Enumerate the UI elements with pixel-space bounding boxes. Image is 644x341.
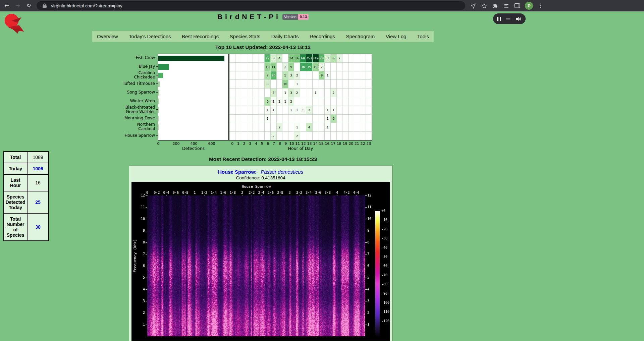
heatmap-cell <box>313 80 319 88</box>
spectrogram-canvas <box>147 195 365 336</box>
spec-ytick: 5 <box>131 276 145 279</box>
heatmap-cell <box>348 54 354 62</box>
heatmap-cell <box>354 71 360 80</box>
heatmap-cell <box>360 63 366 71</box>
nav-item-daily-charts[interactable]: Daily Charts <box>271 34 299 39</box>
bar-northern-cardinal <box>158 124 159 130</box>
forward-icon[interactable]: → <box>14 3 21 8</box>
nav-item-view-log[interactable]: View Log <box>386 34 406 39</box>
header: B i r d N E T - P i Version 0.13 <box>0 13 526 21</box>
spec-xtick: 1·2 <box>201 191 207 194</box>
heatmap-cell <box>253 97 259 106</box>
nav-item-spectrogram[interactable]: Spectrogram <box>346 34 375 39</box>
heatmap-cell: 10 <box>313 63 319 71</box>
species-label: House Sparrow <box>104 131 158 140</box>
heatmap-cell: 9 <box>319 71 325 80</box>
spectrogram-ylabel: Frequency (kHz) <box>133 239 137 272</box>
heatmap-cell <box>306 115 312 123</box>
species-label: CarolinaChickadee <box>104 71 158 79</box>
heatmap-cell <box>354 63 360 71</box>
heatmap-cell: 2 <box>337 54 342 62</box>
stats-value-species-detected-today[interactable]: 25 <box>27 191 49 213</box>
back-icon[interactable]: ← <box>3 3 10 8</box>
nav-item-best-recordings[interactable]: Best Recordings <box>182 34 219 39</box>
stats-value-today[interactable]: 1006 <box>27 163 49 174</box>
spec-xtick: 0 <box>146 191 148 194</box>
nav-item-tools[interactable]: Tools <box>417 34 429 39</box>
nav-item-today-s-detections[interactable]: Today's Detections <box>129 34 171 39</box>
heatmap-cell <box>360 71 366 80</box>
hour-xtick: 6 <box>267 141 269 146</box>
heatmap-cell: 2 <box>319 63 325 71</box>
heatmap-cell <box>366 54 372 62</box>
nav-item-recordings[interactable]: Recordings <box>310 34 335 39</box>
stats-row: Species Detected Today25 <box>4 191 49 213</box>
heatmap-cell <box>348 115 354 123</box>
heatmap-cell <box>325 89 330 97</box>
heatmap-cell <box>342 89 348 97</box>
heatmap-cell: 1 <box>271 97 276 106</box>
extensions-icon[interactable] <box>492 2 498 9</box>
most-recent-heading: Most Recent Detection: 2022-04-13 18:15:… <box>0 156 526 162</box>
heatmap-cell <box>282 115 288 123</box>
nav-item-overview[interactable]: Overview <box>97 34 118 39</box>
audio-player[interactable] <box>493 13 526 24</box>
heatmap-cell <box>319 132 325 140</box>
bar-xtick: 200 <box>173 141 180 146</box>
heatmap-cell <box>241 54 247 62</box>
url-bar[interactable]: virginia.birdnetpi.com/?stream=play <box>37 1 465 10</box>
heatmap-cell <box>319 106 325 114</box>
menu-kebab-icon[interactable]: ⋮ <box>537 3 544 8</box>
recent-common-name[interactable]: House Sparrow: <box>218 169 257 175</box>
spec-xtick: 0·6 <box>173 191 179 194</box>
heatmap-cell <box>265 123 270 131</box>
species-label: Fish Crow <box>104 54 158 62</box>
pause-button[interactable] <box>497 17 501 21</box>
heatmap-cell: 2 <box>271 132 276 140</box>
spec-ytick: 5 <box>367 276 369 279</box>
colorbar-tick: -90 <box>381 292 387 295</box>
heatmap-cell <box>348 97 354 106</box>
seek-bar[interactable] <box>506 18 511 19</box>
heatmap-cell: 11 <box>271 63 276 71</box>
profile-avatar[interactable]: P <box>525 2 533 10</box>
spec-ytick-mark <box>365 325 367 325</box>
send-icon[interactable] <box>470 2 476 9</box>
heatmap-cell <box>319 115 325 123</box>
hour-xtick: 21 <box>355 141 359 146</box>
side-panel-icon[interactable] <box>514 2 521 9</box>
heatmap-cell <box>313 123 319 131</box>
spectrogram-colorbar <box>375 211 380 336</box>
recent-scientific-name: Passer domesticus <box>261 169 303 175</box>
heatmap-cell <box>229 123 235 131</box>
nav-item-species-stats[interactable]: Species Stats <box>230 34 261 39</box>
spec-xtick: 4·4 <box>353 191 359 194</box>
heatmap-cell: 7 <box>265 71 270 80</box>
bar-xtick: 400 <box>191 141 198 146</box>
heatmap-cell: 253 <box>306 54 312 62</box>
bookmark-star-icon[interactable] <box>481 2 487 9</box>
spec-xtick: 1 <box>194 191 196 194</box>
heatmap-cell <box>277 80 282 88</box>
heatmap-cell <box>247 71 253 80</box>
hour-xtick: 8 <box>279 141 281 146</box>
spec-ytick: 4 <box>131 287 145 291</box>
heatmap-cell <box>360 106 366 114</box>
heatmap-cell <box>342 63 348 71</box>
reload-icon[interactable]: ↻ <box>25 3 32 8</box>
stats-table: Total1089Today1006Last Hour16Species Det… <box>3 151 49 241</box>
volume-icon[interactable] <box>515 15 522 22</box>
stats-value-total-number-of-species[interactable]: 30 <box>27 213 49 241</box>
heatmap-plot: 2734141668253319283621011293639102726532… <box>229 54 372 140</box>
media-controls-icon[interactable] <box>503 2 509 9</box>
heatmap-cell <box>235 106 241 114</box>
heatmap-chart: 2734141668253319283621011293639102726532… <box>229 54 372 151</box>
heatmap-cell: 2 <box>294 132 300 140</box>
heatmap-cell <box>277 89 282 97</box>
heatmap-cell <box>265 132 270 140</box>
heatmap-cell: 1 <box>313 89 319 97</box>
bar-carolina-chickadee <box>158 73 163 78</box>
hour-xtick: 12 <box>301 141 306 146</box>
heatmap-cell: 9 <box>288 63 294 71</box>
heatmap-cell <box>259 106 265 114</box>
